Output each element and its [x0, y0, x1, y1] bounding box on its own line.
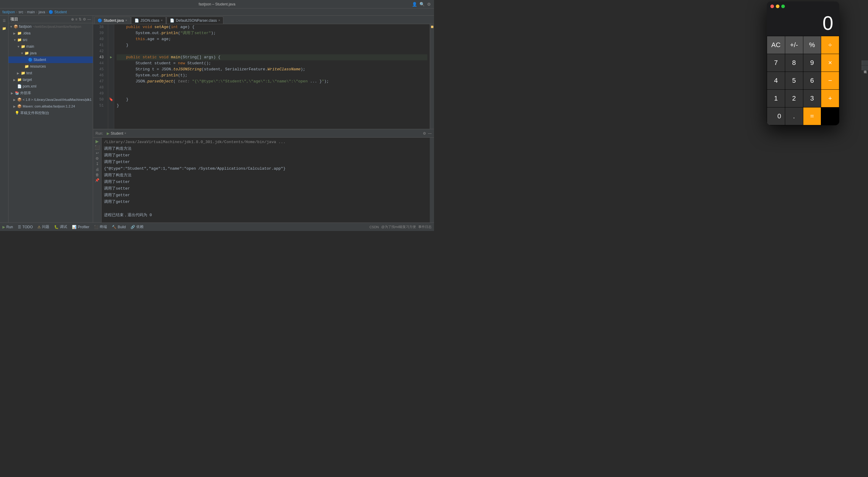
run-tab-close[interactable]: × — [125, 132, 126, 135]
collapse-all-icon[interactable]: ≡ — [75, 17, 78, 22]
run-body: ▶ ⬛ ↩ ⚙ ↧ 🖨 🗑 📌 /Library/Java/JavaVirtua… — [93, 138, 434, 223]
run-print-icon[interactable]: 🖨 — [95, 167, 99, 171]
project-icon[interactable]: 📁 — [1, 25, 8, 32]
profiler-icon: 📊 — [72, 225, 76, 229]
tree-label-idea: .idea — [23, 31, 31, 35]
project-header-title: 项目 — [10, 16, 18, 22]
bottom-problems-item[interactable]: ⚠ 问题 — [37, 224, 49, 230]
code-line-47: JSON.parseObject( text: "{\"@type\":\"St… — [117, 78, 427, 84]
tree-arrow-maven: ▶ — [13, 105, 16, 108]
event-log-label[interactable]: 事件日志 — [418, 225, 432, 229]
line-num-45: 45 — [93, 66, 105, 72]
tab-close-student[interactable]: × — [125, 19, 127, 22]
breadcrumb-src[interactable]: src — [19, 10, 23, 14]
run-output-line-9: 调用了getter — [104, 192, 427, 199]
tree-icon-jdk: 📦 — [17, 98, 22, 102]
run-settings-icon[interactable]: ⚙ — [423, 131, 426, 136]
bottom-profiler-item[interactable]: 📊 Profiler — [72, 225, 89, 229]
bottom-run-item[interactable]: ▶ Run — [2, 225, 13, 229]
run-minimize-icon[interactable]: — — [428, 131, 432, 136]
run-pin-icon[interactable]: 📌 — [95, 178, 99, 182]
tree-icon-student: 🔵 — [28, 58, 33, 62]
run-stop-icon[interactable]: ⬛ — [95, 145, 100, 150]
tab-defaultjsonparser[interactable]: 📄 DefaultJSONParser.class × — [166, 16, 223, 24]
line-num-51: 51 — [93, 103, 105, 109]
run-trash-icon[interactable]: 🗑 — [95, 173, 99, 177]
tree-item-resources[interactable]: ▶ 📁 resources — [8, 63, 93, 70]
title-bar: fastjson – Student.java 👤 🔍 ⚙ — [0, 0, 434, 8]
run-header: Run: ▶ Student × ⚙ — — [93, 129, 434, 138]
run-output-line-2: 调用了构造方法 — [104, 145, 427, 152]
tab-close-parser[interactable]: × — [218, 19, 220, 22]
line-num-50: 50 — [93, 97, 105, 103]
search-everywhere-icon[interactable]: 🔍 — [420, 2, 425, 7]
bottom-deps-item[interactable]: 🔗 依赖 — [130, 224, 144, 230]
tree-item-src[interactable]: ▼ 📁 src — [8, 37, 93, 43]
tree-arrow: ▼ — [10, 25, 13, 28]
sort-icon[interactable]: ⇅ — [79, 17, 82, 22]
bottom-right: CSDN @为了找md能复习方便 事件日志 — [369, 225, 432, 229]
tree-item-libs[interactable]: ▶ 📚 外部库 — [8, 90, 93, 96]
run-output-line-7: 调用了setter — [104, 179, 427, 185]
tree-item-drafts[interactable]: ▶ 💡 草稿文件和控制台 — [8, 110, 93, 116]
tab-student-java[interactable]: 🔵 Student.java × — [94, 16, 130, 24]
project-settings-icon[interactable]: ⚙ — [83, 17, 86, 22]
run-tab-student[interactable]: ▶ Student × — [105, 131, 128, 136]
line-num-38: 38 — [93, 24, 105, 30]
breadcrumb-fastjson[interactable]: fastjson — [2, 10, 15, 14]
run-rerun-icon[interactable]: ↩ — [96, 151, 99, 155]
code-line-46: System.out.println(t); — [117, 72, 427, 78]
editor-area: 🔵 Student.java × 📄 JSON.class × 📄 Defaul… — [93, 16, 434, 223]
tree-label-src: src — [23, 38, 28, 42]
run-scroll-icon[interactable]: ↧ — [96, 162, 99, 166]
run-play-icon[interactable]: ▶ — [95, 139, 99, 144]
run-output[interactable]: /Library/Java/JavaVirtualMachines/jdk1.8… — [101, 138, 430, 223]
tree-item-maven-fastjson[interactable]: ▶ 📦 Maven: com.alibaba:fastjson:1.2.24 — [8, 103, 93, 110]
account-icon[interactable]: 👤 — [412, 2, 417, 7]
run-sidebar-left: ▶ ⬛ ↩ ⚙ ↧ 🖨 🗑 📌 — [93, 138, 101, 223]
tab-close-json[interactable]: × — [161, 19, 163, 22]
bottom-terminal-item[interactable]: ⬛ 终端 — [94, 224, 107, 230]
tree-item-test[interactable]: ▶ 📁 test — [8, 70, 93, 76]
tree-item-student[interactable]: ▶ 🔵 Student — [8, 57, 93, 63]
tree-label-maven: Maven: com.alibaba:fastjson:1.2.24 — [23, 104, 75, 108]
bottom-debug-item[interactable]: 🐛 调试 — [54, 224, 67, 230]
tree-item-idea[interactable]: ▶ 📁 .idea — [8, 30, 93, 37]
csdn-label[interactable]: CSDN — [369, 225, 379, 229]
breadcrumb-student[interactable]: 🔵 Student — [49, 10, 67, 14]
code-gutter: ▶ 🔖 — [108, 24, 114, 129]
title-bar-actions: 👤 🔍 ⚙ — [412, 2, 431, 7]
editor-scrollbar[interactable] — [430, 24, 434, 129]
line-num-41: 41 — [93, 42, 105, 48]
tree-icon-java: 📁 — [25, 51, 29, 55]
breadcrumb-java[interactable]: java — [38, 10, 45, 14]
tree-item-target[interactable]: ▶ 📁 target — [8, 76, 93, 83]
tree-item-pomxml[interactable]: ▶ 📄 pom.xml — [8, 83, 93, 90]
tree-arrow-main: ▼ — [17, 45, 20, 48]
tree-arrow-resources: ▶ — [21, 65, 24, 68]
run-label-bottom: Run — [6, 225, 13, 229]
close-project-icon[interactable]: — — [87, 17, 91, 22]
run-output-line-3: 调用了getter — [104, 152, 427, 159]
bottom-todo-item[interactable]: ☰ TODO — [18, 225, 33, 229]
code-editor: 38 39 40 41 42 43 44 45 46 47 48 49 50 5… — [93, 24, 434, 129]
tree-item-fastjson[interactable]: ▼ 📦 fastjson ~/webSec/javaUnserilize/fas… — [8, 23, 93, 30]
code-content[interactable]: public void setAge(int age) { System.out… — [114, 24, 430, 129]
run-scrollbar[interactable] — [430, 138, 434, 223]
tree-item-jdk[interactable]: ▶ 📦 < 1.8 > /Library/Java/JavaVirtualMac… — [8, 96, 93, 103]
settings-icon[interactable]: ⚙ — [427, 2, 431, 7]
breadcrumb-main[interactable]: main — [27, 10, 35, 14]
bottom-build-item[interactable]: 🔨 Build — [112, 225, 126, 229]
tree-item-main[interactable]: ▼ 📁 main — [8, 43, 93, 50]
code-line-40: this.age = age; — [117, 36, 427, 42]
tree-label-resources: resources — [30, 64, 46, 69]
project-panel: 项目 ⊕ ≡ ⇅ ⚙ — ▼ 📦 fastjson ~/webSec/javaU… — [8, 16, 93, 223]
line-num-42: 42 — [93, 48, 105, 54]
locate-icon[interactable]: ⊕ — [71, 17, 74, 22]
run-settings2-icon[interactable]: ⚙ — [95, 157, 99, 161]
sidebar-toggle-icon[interactable]: ☰ — [1, 17, 8, 24]
tab-json-class[interactable]: 📄 JSON.class × — [131, 16, 166, 24]
tree-item-java[interactable]: ▼ 📁 java — [8, 50, 93, 57]
tree-label-main: main — [26, 44, 34, 48]
code-line-44: Student student = new Student(); — [117, 60, 427, 66]
